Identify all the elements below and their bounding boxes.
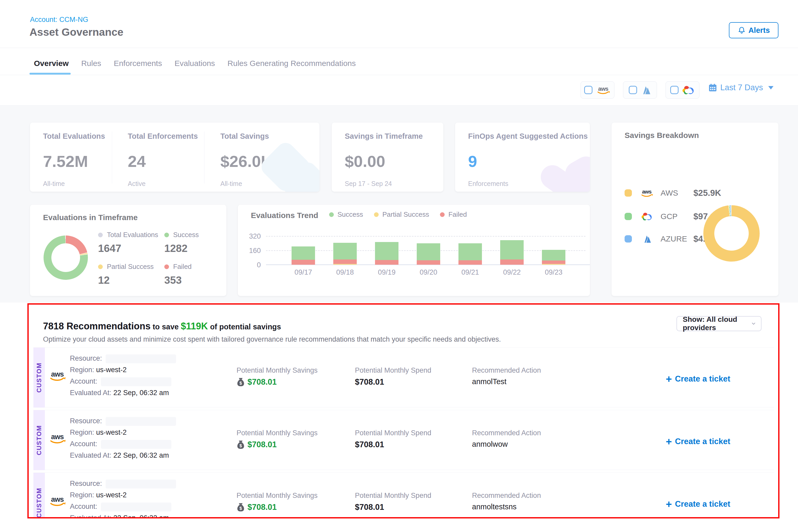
create-ticket-button[interactable]: +Create a ticket: [666, 374, 730, 384]
action-column-label: Recommended Action: [472, 366, 541, 375]
recommended-action-value: anmoltestsns: [472, 502, 517, 511]
trend-bar: [333, 243, 357, 265]
resource-field: Resource:: [70, 417, 176, 426]
recommendations-title: 7818 Recommendations to save $119K of po…: [43, 321, 281, 332]
trend-bar: [542, 250, 565, 265]
gcp-filter-chip[interactable]: [666, 81, 699, 99]
tab-evaluations[interactable]: Evaluations: [174, 59, 215, 68]
evaluated-at-field: Evaluated At: 22 Sep, 06:32 am: [70, 451, 169, 459]
evaluations-trend-card: Evaluations Trend Success Partial Succes…: [238, 205, 590, 296]
aws-logo-icon: aws: [640, 189, 654, 197]
stat-sub: Sep 17 - Sep 24: [345, 180, 423, 188]
active-tab-underline: [30, 73, 71, 75]
page-title: Asset Governance: [30, 26, 124, 38]
date-range-picker[interactable]: Last 7 Days: [708, 83, 774, 92]
redacted-value: [101, 377, 171, 386]
savings-breakdown-card: Savings Breakdown aws AWS $25.9K GCP $97…: [611, 122, 778, 296]
spend-column-label: Potential Monthly Spend: [355, 366, 431, 375]
divider: [112, 131, 112, 184]
tab-rules-generating-recommendations[interactable]: Rules Generating Recommendations: [227, 59, 356, 68]
savings-column-label: Potential Monthly Savings: [236, 366, 318, 375]
savings-column-label: Potential Monthly Savings: [236, 492, 318, 500]
spend-value: $708.01: [355, 502, 384, 512]
azure-filter-chip[interactable]: [623, 81, 657, 99]
caret-down-icon: [768, 86, 774, 90]
gcp-checkbox[interactable]: [670, 86, 679, 94]
stat-label: FinOps Agent Suggested Actions: [468, 132, 588, 140]
x-axis-label: 09/17: [282, 268, 324, 277]
region-field: Region: us-west-2: [70, 491, 127, 499]
recommendations-section: 7818 Recommendations to save $119K of po…: [27, 303, 779, 518]
finops-agent-card: FinOps Agent Suggested Actions 9 Enforce…: [455, 122, 590, 192]
stat-value: 24: [128, 152, 198, 171]
tab-overview[interactable]: Overview: [34, 59, 69, 68]
card-title: Savings Breakdown: [625, 131, 699, 140]
create-ticket-button[interactable]: +Create a ticket: [666, 436, 730, 447]
plus-icon: +: [666, 436, 672, 447]
cloud-provider-filter-dropdown[interactable]: Show: All cloud providers: [677, 316, 761, 331]
x-axis-label: 09/23: [533, 268, 574, 277]
action-column-label: Recommended Action: [472, 492, 541, 500]
region-field: Region: us-west-2: [70, 429, 127, 437]
aws-checkbox[interactable]: [584, 86, 592, 94]
recommendation-row: CUSTOM aws Resource: Region: us-west-2 A…: [33, 347, 774, 407]
gcp-color-swatch: [625, 213, 632, 220]
create-ticket-button[interactable]: +Create a ticket: [666, 499, 730, 509]
total-enforcements-stat: Total Enforcements 24 Active: [128, 132, 198, 188]
trend-bar: [375, 242, 398, 265]
savings-value: $ $708.01: [236, 440, 277, 449]
green-dot-icon: [329, 212, 334, 217]
recommended-action-value: anmolTest: [472, 377, 507, 386]
red-dot-icon: [164, 264, 169, 269]
evaluations-donut-chart: [43, 235, 88, 280]
plus-icon: +: [666, 499, 672, 509]
spend-column-label: Potential Monthly Spend: [355, 492, 431, 500]
svg-text:$: $: [240, 381, 242, 386]
stat-label: Total Evaluations: [43, 132, 105, 140]
savings-breakdown-donut-chart: [703, 205, 760, 262]
tab-bar: Overview Rules Enforcements Evaluations …: [34, 52, 356, 75]
yellow-dot-icon: [374, 212, 379, 217]
aws-filter-chip[interactable]: aws: [581, 81, 614, 99]
azure-logo-icon: [640, 85, 651, 95]
tab-enforcements[interactable]: Enforcements: [114, 59, 162, 68]
breakdown-legend-gcp: GCP $97.19: [625, 209, 720, 224]
region-field: Region: us-west-2: [70, 366, 127, 374]
svg-text:$: $: [240, 506, 242, 511]
redacted-value: [106, 355, 176, 363]
divider: [204, 131, 205, 184]
y-axis-tick: 320: [243, 232, 261, 241]
svg-text:aws: aws: [51, 495, 64, 503]
provider-value: $25.9K: [694, 188, 721, 198]
total-evaluations-stat: Total Evaluations 7.52M All-time: [43, 132, 105, 188]
svg-text:aws: aws: [642, 189, 652, 194]
account-breadcrumb[interactable]: Account: CCM-NG: [30, 16, 89, 24]
legend-success: Success 1282: [164, 231, 199, 254]
azure-checkbox[interactable]: [629, 86, 637, 94]
recommended-action-value: anmolwow: [472, 440, 508, 449]
stat-label: Total Enforcements: [128, 132, 198, 140]
redacted-value: [101, 440, 171, 449]
aws-logo-icon: aws: [48, 495, 67, 507]
spend-column-label: Potential Monthly Spend: [355, 429, 431, 437]
asset-governance-page: Account: CCM-NG Asset Governance Alerts …: [0, 0, 798, 532]
savings-value: $ $708.01: [236, 502, 277, 512]
trend-bar: [417, 243, 440, 265]
x-axis-label: 09/19: [366, 268, 407, 277]
tab-rules[interactable]: Rules: [81, 59, 101, 68]
money-bag-icon: $: [236, 440, 245, 449]
alerts-button[interactable]: Alerts: [729, 22, 778, 38]
green-dot-icon: [164, 233, 169, 237]
spend-value: $708.01: [355, 377, 384, 387]
savings-column-label: Potential Monthly Savings: [236, 429, 318, 437]
y-axis-tick: 160: [243, 247, 261, 255]
aws-color-swatch: [625, 189, 632, 197]
money-bag-icon: $: [236, 377, 245, 387]
chevron-down-icon: [751, 320, 756, 327]
evaluations-timeframe-card: Evaluations in Timeframe Total Evaluatio…: [30, 205, 226, 296]
resource-field: Resource:: [70, 355, 176, 363]
azure-color-swatch: [625, 235, 632, 243]
y-axis-tick: 0: [243, 261, 261, 269]
gcp-logo-icon: [682, 85, 695, 95]
savings-timeframe-stat: Savings in Timeframe $0.00 Sep 17 - Sep …: [345, 132, 423, 188]
